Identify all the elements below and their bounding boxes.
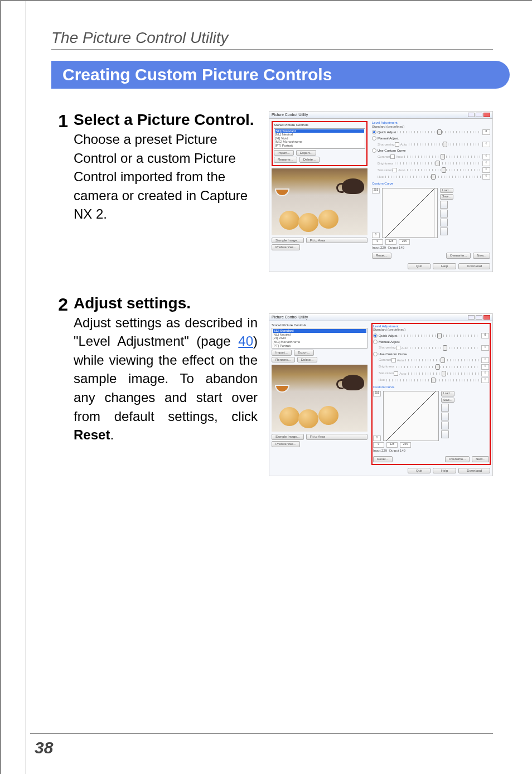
rename-button[interactable]: Rename...: [274, 157, 297, 163]
preferences-button[interactable]: Preferences...: [272, 441, 300, 447]
quit-button[interactable]: Quit: [408, 263, 431, 269]
saturation-label: Saturation: [372, 168, 393, 172]
step-1-title: Select a Picture Control.: [74, 111, 258, 129]
highlight-level-adjustment: Level Adjustment Standard (predefined) Q…: [372, 323, 490, 465]
curve-tool-icon[interactable]: [441, 422, 449, 429]
svg-line-1: [386, 391, 436, 441]
sample-image: [272, 365, 367, 432]
export-button[interactable]: Export...: [294, 350, 314, 356]
sharpening-label: Sharpening: [373, 346, 396, 350]
screenshot-1: Picture Control Utility Stored Picture C…: [269, 111, 493, 272]
step-2-number: 2: [51, 294, 74, 315]
hue-label: Hue: [373, 378, 385, 382]
sample-image-button[interactable]: Sample Image...: [272, 434, 304, 440]
step-1-number: 1: [51, 111, 74, 132]
overwrite-button[interactable]: Overwrite...: [445, 456, 470, 462]
curve-tool-icon[interactable]: [441, 430, 449, 438]
quick-adjust-radio[interactable]: Quick Adjust: [378, 130, 396, 134]
stored-controls-label: Stored Picture Controls: [274, 123, 365, 127]
brightness-label: Brightness: [372, 162, 393, 166]
reset-button[interactable]: Reset...: [372, 253, 391, 259]
help-button[interactable]: Help: [433, 263, 456, 269]
list-item[interactable]: [NL] Neutral: [275, 133, 364, 137]
banner-heading: Creating Custom Picture Controls: [51, 61, 510, 89]
level-adjustment-sub: Standard (predefined): [372, 125, 490, 129]
rename-button[interactable]: Rename...: [272, 357, 295, 363]
export-button[interactable]: Export...: [296, 150, 316, 156]
curve-tool-icon[interactable]: [440, 228, 448, 235]
load-button[interactable]: Load...: [440, 188, 453, 194]
curve-tool-icon[interactable]: [440, 201, 448, 209]
contrast-label: Contrast: [373, 358, 391, 362]
list-item[interactable]: [PT] Portrait: [275, 144, 364, 148]
sample-image-button[interactable]: Sample Image...: [272, 238, 304, 244]
help-button[interactable]: Help: [433, 468, 456, 474]
new-button[interactable]: New...: [473, 253, 490, 259]
manual-adjust-radio[interactable]: Manual Adjust: [379, 340, 400, 343]
sample-image: [272, 168, 367, 235]
section-title: The Picture Control Utility: [51, 29, 493, 50]
picture-control-list[interactable]: [SD] Standard [NL] Neutral [VI] Vivid [M…: [274, 128, 365, 149]
list-item[interactable]: [PT] Portrait: [273, 344, 366, 348]
curve-tool-icon[interactable]: [441, 404, 449, 412]
step-1-text: Choose a preset Picture Control or a cus…: [74, 130, 258, 224]
level-adjustment-heading: Level Adjustment: [373, 325, 489, 328]
list-item[interactable]: [NL] Neutral: [273, 333, 366, 337]
window-controls[interactable]: [468, 315, 490, 320]
step-2: 2 Adjust settings. Adjust settings as de…: [51, 294, 493, 477]
saturation-label: Saturation: [373, 371, 394, 375]
use-custom-curve-radio[interactable]: Use Custom Curve: [378, 149, 406, 152]
delete-button[interactable]: Delete...: [299, 157, 320, 163]
import-button[interactable]: Import...: [274, 150, 294, 156]
custom-curve-heading: Custom Curve: [373, 385, 489, 389]
download-button[interactable]: Download: [458, 263, 490, 269]
save-button[interactable]: Save...: [441, 398, 454, 403]
reset-button[interactable]: Reset...: [373, 456, 393, 462]
list-item[interactable]: [MC] Monochrome: [275, 140, 364, 144]
custom-curve-heading: Custom Curve: [372, 182, 490, 186]
step-2-text: Adjust settings as described in "Level A…: [74, 313, 258, 444]
svg-line-0: [385, 188, 434, 238]
preferences-button[interactable]: Preferences...: [272, 244, 300, 250]
manual-adjust-radio[interactable]: Manual Adjust: [378, 137, 399, 140]
curve-tool-icon[interactable]: [440, 219, 448, 226]
overwrite-button[interactable]: Overwrite...: [446, 253, 471, 259]
use-custom-curve-radio[interactable]: Use Custom Curve: [379, 352, 407, 355]
import-button[interactable]: Import...: [272, 350, 292, 356]
curve-tool-icon[interactable]: [440, 210, 448, 217]
window-title: Picture Control Utility: [272, 113, 308, 117]
level-adjustment-heading: Level Adjustment: [372, 121, 490, 125]
brightness-label: Brightness: [373, 365, 394, 369]
step-2-title: Adjust settings.: [74, 294, 493, 312]
window-controls[interactable]: [468, 113, 490, 117]
quick-adjust-radio[interactable]: Quick Adjust: [379, 333, 397, 337]
curve-graph[interactable]: [383, 391, 439, 441]
load-button[interactable]: Load...: [441, 391, 454, 396]
contrast-label: Contrast: [372, 155, 390, 159]
window-title: Picture Control Utility: [272, 315, 308, 320]
level-adjustment-sub: Standard (predefined): [373, 328, 489, 332]
list-item[interactable]: [VI] Vivid: [275, 137, 364, 141]
curve-graph[interactable]: [382, 188, 438, 238]
list-item[interactable]: [VI] Vivid: [273, 336, 366, 340]
delete-button[interactable]: Delete...: [297, 357, 317, 363]
hue-label: Hue: [372, 175, 384, 179]
list-item[interactable]: [SD] Standard: [273, 329, 366, 333]
page-link-40[interactable]: 40: [238, 333, 253, 349]
quit-button[interactable]: Quit: [408, 468, 431, 474]
stored-controls-label: Stored Picture Controls: [272, 323, 367, 327]
download-button[interactable]: Download: [458, 468, 490, 474]
list-item[interactable]: [MC] Monochrome: [273, 340, 366, 344]
fit-to-area-select[interactable]: Fit to Area: [306, 238, 367, 244]
curve-tool-icon[interactable]: [441, 413, 449, 420]
screenshot-2: Picture Control Utility Stored Picture C…: [269, 313, 493, 477]
step-1: 1 Select a Picture Control. Choose a pre…: [51, 111, 493, 272]
highlight-stored-controls: Stored Picture Controls [SD] Standard [N…: [272, 121, 367, 166]
fit-to-area-select[interactable]: Fit to Area: [306, 434, 367, 440]
new-button[interactable]: New...: [472, 456, 489, 462]
page-number: 38: [35, 738, 53, 757]
sharpening-label: Sharpening: [372, 143, 395, 147]
save-button[interactable]: Save...: [440, 194, 453, 200]
list-item[interactable]: [SD] Standard: [275, 129, 364, 133]
picture-control-list[interactable]: [SD] Standard [NL] Neutral [VI] Vivid [M…: [272, 328, 367, 349]
